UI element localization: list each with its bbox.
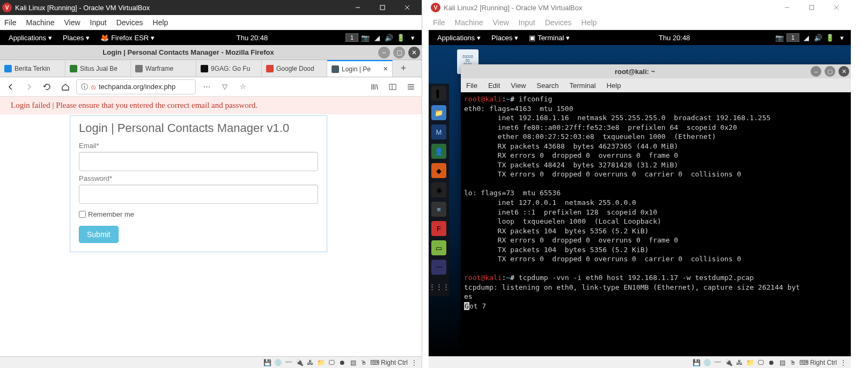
ff-maximize-button[interactable]: ▢ [393,47,405,58]
browser-tab[interactable]: Warframe [131,60,196,77]
camera-icon[interactable]: 📷 [361,33,370,42]
email-field[interactable] [79,152,318,171]
minimize-button[interactable] [345,0,370,15]
vb-menu-file[interactable]: File [4,18,17,27]
term-menu-help[interactable]: Help [607,82,621,90]
password-field[interactable] [79,185,318,204]
library-icon[interactable] [367,79,382,94]
vb-menu-devices[interactable]: Devices [116,18,143,27]
dock-armitage-icon[interactable]: 👤 [431,144,446,159]
power-icon[interactable]: ▾ [408,33,417,42]
chevron-icon[interactable]: ⋮ [409,359,418,366]
browser-tab[interactable]: Situs Jual Be [65,60,131,77]
vb-menu-machine[interactable]: Machine [26,18,55,27]
chevron-icon[interactable]: ⋮ [838,359,848,366]
hdd-icon[interactable]: 💾 [263,359,272,366]
term-menu-view[interactable]: View [511,82,526,90]
workspace-indicator[interactable]: 1 [786,33,799,42]
display-icon[interactable]: 🖵 [327,359,336,366]
net-icon[interactable]: 🖧 [306,359,315,366]
vb-menu-input[interactable]: Input [519,18,535,27]
terminal-output[interactable]: root@kali:~# ifconfig eth0: flags=4163 m… [461,92,851,352]
vb-menu-help[interactable]: Help [582,18,597,27]
shared-folder-icon[interactable]: 📁 [317,359,326,366]
clock[interactable]: Thu 20:48 [654,34,695,42]
dock-faraday-icon[interactable]: F [431,221,446,236]
clock[interactable]: Thu 20:48 [232,34,273,42]
dock-wireshark-icon[interactable]: 〰 [431,260,446,275]
browser-tab[interactable]: Login | Pe✕ [327,60,393,77]
tab-close-icon[interactable]: ✕ [383,65,388,72]
remember-me-row[interactable]: Remember me [79,210,318,218]
dock-beef-icon[interactable]: ≡ [431,202,446,217]
dock-metasploit-icon[interactable]: M [431,124,446,139]
cpu-icon[interactable]: ▤ [349,359,358,366]
recording-icon[interactable]: ⏺ [767,359,776,366]
vb-titlebar-left[interactable]: V Kali Linux [Running] - Oracle VM Virtu… [0,0,422,15]
battery-icon[interactable]: 🔋 [396,33,406,42]
kali-desktop[interactable]: 01010010101 Poof. ▌ 📁 M 👤 ◆ ◉ ≡ F ▭ 〰 ⋮⋮… [429,45,851,356]
net-icon[interactable]: 🖧 [735,359,744,366]
shared-folder-icon[interactable]: 📁 [746,359,755,366]
hamburger-icon[interactable] [403,79,418,94]
minimize-button[interactable] [775,0,799,15]
back-button[interactable] [3,79,18,94]
keyboard-icon[interactable]: ⌨ [799,359,808,366]
volume-icon[interactable]: 🔊 [813,33,823,42]
cpu-icon[interactable]: ▤ [778,359,787,366]
camera-icon[interactable]: 📷 [775,33,784,42]
url-bar[interactable]: ⓘ ⦸ techpanda.org/index.php [76,79,196,94]
close-button[interactable] [395,0,420,15]
volume-icon[interactable]: 🔊 [384,33,394,42]
close-button[interactable] [824,0,849,15]
dock-maltego-icon[interactable]: ◉ [431,182,446,197]
info-icon[interactable]: ⓘ [81,82,88,92]
display-icon[interactable]: 🖵 [756,359,766,366]
hdd-icon[interactable]: 💾 [692,359,701,366]
mouse-icon[interactable]: 🖱 [359,359,369,366]
term-menu-terminal[interactable]: Terminal [570,82,596,90]
reload-button[interactable] [40,79,55,94]
network-icon[interactable]: ◢ [372,33,382,42]
more-icon[interactable]: ⋯ [199,79,214,94]
browser-tab[interactable]: Berita Terkin [0,60,65,77]
star-icon[interactable]: ☆ [236,79,251,94]
network-icon[interactable]: ◢ [801,33,811,42]
workspace-indicator[interactable]: 1 [345,33,358,42]
vb-menu-view[interactable]: View [492,18,509,27]
recording-icon[interactable]: ⏺ [338,359,347,366]
current-app[interactable]: ▣ Terminal▾ [525,34,574,42]
places-menu[interactable]: Places▾ [487,34,523,42]
browser-tab[interactable]: Google Dood [262,60,327,77]
submit-button[interactable]: Submit [79,226,119,243]
vb-menu-file[interactable]: File [433,18,445,27]
places-menu[interactable]: Places▾ [58,34,94,42]
audio-wave-icon[interactable]: 〰 [713,359,723,366]
audio-wave-icon[interactable]: 〰 [284,359,293,366]
applications-menu[interactable]: Applications▾ [4,34,56,42]
term-maximize-button[interactable]: ▢ [825,66,835,77]
vb-menu-machine[interactable]: Machine [455,18,483,27]
forward-button[interactable] [21,79,36,94]
dock-terminal-icon[interactable]: ▌ [431,86,446,101]
dock-apps-icon[interactable]: ⋮⋮⋮ [431,279,446,294]
new-tab-button[interactable]: + [393,60,414,77]
remember-me-checkbox[interactable] [79,211,86,218]
keyboard-icon[interactable]: ⌨ [370,359,379,366]
applications-menu[interactable]: Applications▾ [433,34,485,42]
power-icon[interactable]: ▾ [837,33,847,42]
sidebar-icon[interactable] [385,79,400,94]
optical-icon[interactable]: 💿 [274,359,283,366]
mouse-icon[interactable]: 🖱 [789,359,798,366]
dock-leafpad-icon[interactable]: ▭ [431,240,446,255]
usb-icon[interactable]: 🔌 [724,359,733,366]
shield-icon[interactable]: ▽ [217,79,232,94]
usb-icon[interactable]: 🔌 [295,359,304,366]
battery-icon[interactable]: 🔋 [825,33,835,42]
terminal-titlebar[interactable]: root@kali: ~ – ▢ ✕ [461,64,851,78]
maximize-button[interactable] [370,0,395,15]
vb-menu-view[interactable]: View [64,18,80,27]
home-button[interactable] [58,79,73,94]
dock-files-icon[interactable]: 📁 [431,105,446,120]
firefox-titlebar[interactable]: Login | Personal Contacts Manager - Mozi… [0,45,422,60]
